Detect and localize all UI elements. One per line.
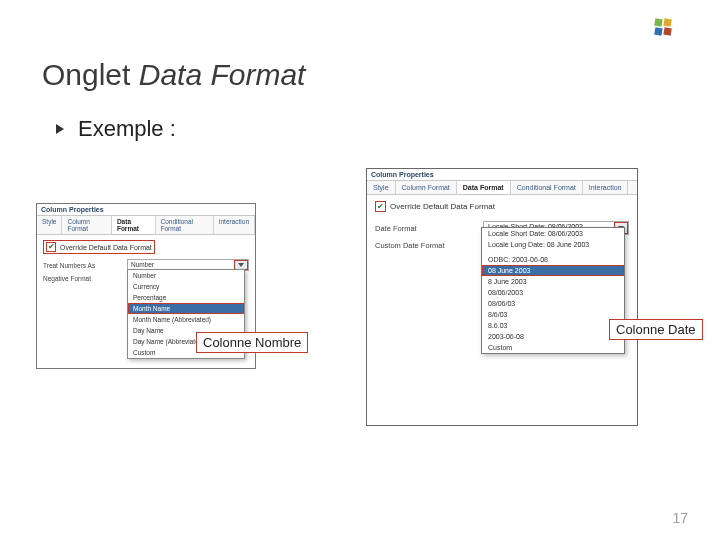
tab-conditional-format[interactable]: Conditional Format [511,181,583,194]
date-format-label: Date Format [375,224,477,233]
override-label: Override Default Data Format [390,202,495,211]
negative-format-label: Negative Format [43,275,121,282]
tab-data-format[interactable]: Data Format [457,181,511,194]
title-italic: Data Format [139,58,306,91]
slide-title: Onglet Data Format [42,58,305,92]
option-08-06-03[interactable]: 08/06/03 [482,298,624,309]
tab-bar: Style Column Format Data Format Conditio… [367,180,637,195]
option-8-6-03-dots[interactable]: 8.6.03 [482,320,624,331]
tab-conditional-format[interactable]: Conditional Format [156,216,214,234]
svg-rect-3 [663,27,671,35]
tab-style[interactable]: Style [367,181,396,194]
callout-colonne-date: Colonne Date [609,319,703,340]
tab-interaction[interactable]: Interaction [583,181,629,194]
logo-icon [652,16,674,38]
override-checkbox[interactable]: ✔ [46,242,56,252]
override-highlight: ✔ Override Default Data Format [43,240,155,254]
option-08-06-2003[interactable]: 08/06/2003 [482,287,624,298]
treat-numbers-label: Treat Numbers As [43,262,121,269]
option-custom[interactable]: Custom [482,342,624,353]
option-month-name-abbr[interactable]: Month Name (Abbreviated) [128,314,244,325]
bullet-icon [56,124,64,134]
callout-colonne-nombre: Colonne Nombre [196,332,308,353]
tab-data-format[interactable]: Data Format [112,216,156,234]
option-8-june-2003[interactable]: 8 June 2003 [482,276,624,287]
option-currency[interactable]: Currency [128,281,244,292]
tab-style[interactable]: Style [37,216,62,234]
tab-bar: Style Column Format Data Format Conditio… [37,215,255,235]
svg-rect-1 [663,18,671,26]
bullet-text: Exemple : [78,116,176,142]
tab-interaction[interactable]: Interaction [214,216,255,234]
option-locale-short[interactable]: Locale Short Date: 08/06/2003 [482,228,624,239]
bullet-item: Exemple : [56,116,176,142]
option-month-name[interactable]: Month Name [128,303,244,314]
tab-column-format[interactable]: Column Format [396,181,457,194]
option-number[interactable]: Number [128,270,244,281]
dialog-title: Column Properties [367,169,637,180]
custom-date-format-label: Custom Date Format [375,241,477,250]
option-odbc[interactable]: ODBC: 2003-06-08 [482,254,624,265]
override-checkbox[interactable]: ✔ [375,201,386,212]
page-number: 17 [672,510,688,526]
option-08-june-2003[interactable]: 08 June 2003 [482,265,624,276]
dialog-title: Column Properties [37,204,255,215]
option-percentage[interactable]: Percentage [128,292,244,303]
date-format-dropdown: Locale Short Date: 08/06/2003 Locale Lon… [481,227,625,354]
title-plain: Onglet [42,58,139,91]
option-8-6-03[interactable]: 8/6/03 [482,309,624,320]
option-2003-06-08[interactable]: 2003-06-08 [482,331,624,342]
treat-numbers-value: Number [131,261,154,268]
override-label: Override Default Data Format [60,244,152,251]
tab-column-format[interactable]: Column Format [62,216,111,234]
svg-rect-0 [654,18,662,26]
option-locale-long[interactable]: Locale Long Date: 08 June 2003 [482,239,624,250]
svg-rect-2 [654,27,662,35]
dialog-column-properties-right: Column Properties Style Column Format Da… [366,168,638,426]
